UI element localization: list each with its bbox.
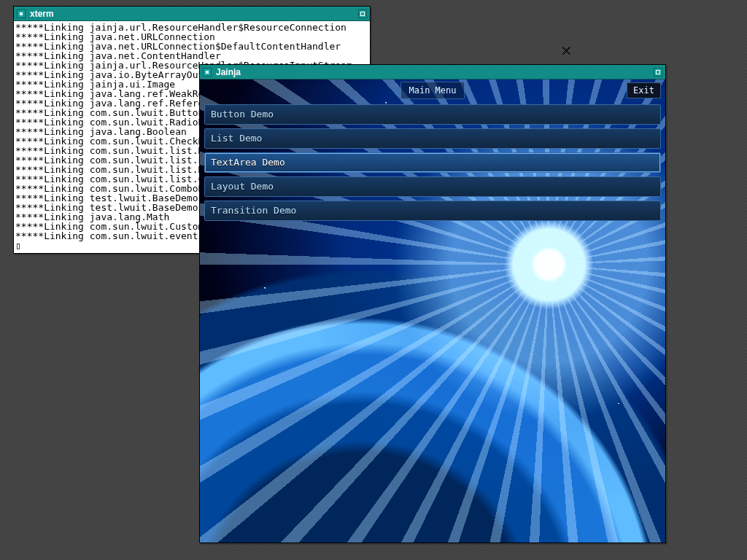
app-header: Main Menu Exit: [200, 79, 665, 101]
jainja-titlebar[interactable]: Jainja: [200, 65, 665, 79]
window-menu-icon[interactable]: [17, 9, 26, 18]
maximize-icon[interactable]: [654, 68, 662, 77]
maximize-icon[interactable]: [358, 9, 367, 18]
xterm-title: xterm: [30, 9, 54, 18]
jainja-window: Jainja Main Menu Exit Button DemoList De…: [199, 64, 666, 543]
main-menu-list: Button DemoList DemoTextArea DemoLayout …: [200, 101, 665, 224]
menu-item[interactable]: Transition Demo: [204, 201, 661, 221]
jainja-title: Jainja: [216, 68, 241, 77]
page-title: Main Menu: [400, 82, 464, 99]
menu-item[interactable]: Layout Demo: [204, 176, 661, 197]
close-icon[interactable]: ✕: [560, 44, 573, 58]
window-menu-icon[interactable]: [203, 68, 212, 77]
menu-item[interactable]: Button Demo: [204, 104, 661, 125]
jainja-content: Main Menu Exit Button DemoList DemoTextA…: [200, 79, 665, 542]
xterm-titlebar[interactable]: xterm: [14, 7, 370, 21]
exit-button[interactable]: Exit: [627, 82, 661, 98]
menu-item[interactable]: TextArea Demo: [204, 152, 661, 173]
menu-item[interactable]: List Demo: [204, 128, 661, 149]
